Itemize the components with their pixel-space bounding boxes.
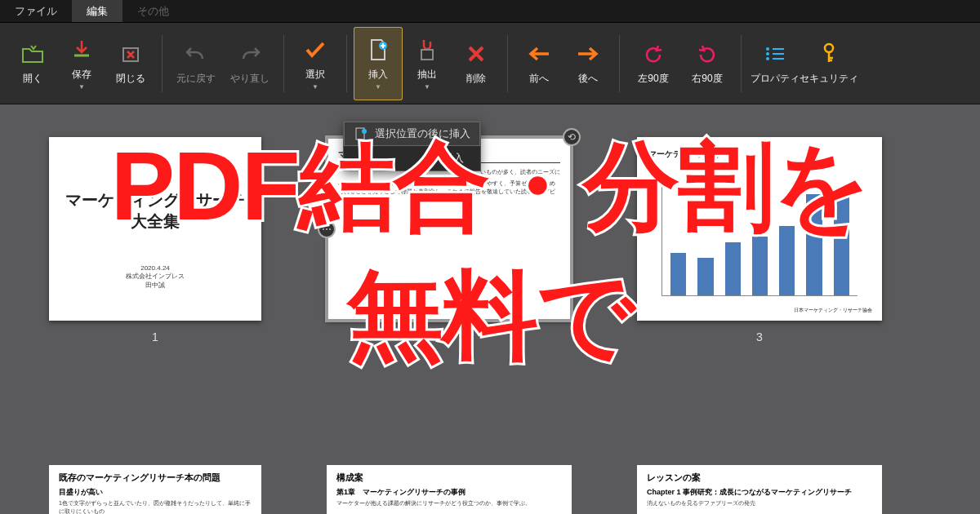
insert-page-icon [365,37,391,63]
page6-heading: レッスンの案 [647,472,872,484]
menu-file[interactable]: ファイル [0,0,72,22]
redo-icon [237,41,263,67]
headline-line1: PDF結合・分割を [111,132,870,240]
delete-label: 削除 [466,72,486,86]
page-thumbnail-6[interactable]: レッスンの案 Chapter 1 事例研究：成長につながるマーケティングリサーチ… [637,465,882,514]
undo-icon [183,41,209,67]
arrow-left-icon [526,41,552,67]
arrow-right-icon [575,41,601,67]
page4-text: 1色で文字がずらっと並んでいたり、図が複雑そうだったりして、単純に手に取りにくい… [59,499,252,514]
svg-point-3 [766,47,769,51]
page5-subheading: 第1章 マーケティングリサーチの事例 [336,487,562,498]
security-label: セキュリティ [800,72,858,86]
insert-button[interactable]: 挿入 ▼ [354,27,403,100]
list-icon [762,41,788,67]
rotate-left-label: 左90度 [638,72,668,86]
save-button[interactable]: 保存 ▼ [57,27,106,100]
undo-button[interactable]: 元に戻す [169,27,223,100]
delete-button[interactable]: 削除 [452,27,501,100]
delete-icon [463,41,489,67]
save-icon [69,37,95,63]
close-label: 閉じる [116,72,145,86]
next-label: 後へ [578,72,598,86]
svg-point-5 [766,57,769,60]
page6-subheading: Chapter 1 事例研究：成長につながるマーケティングリサーチ [647,487,872,498]
rotate-right-label: 右90度 [692,72,722,86]
chevron-down-icon: ▼ [375,83,381,91]
key-icon [816,41,842,67]
extract-icon [414,37,440,63]
chevron-down-icon: ▼ [312,83,318,91]
svg-point-4 [766,52,769,55]
open-button[interactable]: 開く [8,27,57,100]
redo-label: やり直し [230,72,270,86]
page4-heading: 既存のマーケティングリサーチ本の問題 [59,472,252,484]
ribbon-toolbar: 開く 保存 ▼ 閉じる 元に戻す やり直し [0,23,980,104]
page6-text: 消えないものを見るデファブリーズの発売 [647,499,872,507]
menu-edit[interactable]: 編集 [72,0,122,22]
page-thumbnail-5[interactable]: 構成案 第1章 マーケティングリサーチの事例 マーケターが抱える課題の解決にリサ… [327,465,572,514]
extract-label: 抽出 [417,68,437,82]
insert-label: 挿入 [368,68,388,82]
rotate-right-button[interactable]: 右90度 [680,27,734,100]
headline-line2: 無料で [0,255,980,376]
chevron-down-icon: ▼ [78,83,85,91]
close-icon [118,41,144,67]
undo-label: 元に戻す [176,72,216,86]
open-folder-icon [20,41,46,67]
rotate-left-icon [640,41,666,67]
page-thumbnail-4[interactable]: 既存のマーケティングリサーチ本の問題 目盛りが高い 1色で文字がずらっと並んでい… [49,465,261,514]
properties-button[interactable]: プロパティ [748,27,802,100]
next-button[interactable]: 後へ [564,27,612,100]
check-icon [302,37,328,63]
thumbnail-row-2: 既存のマーケティングリサーチ本の問題 目盛りが高い 1色で文字がずらっと並んでい… [0,465,980,514]
extract-button[interactable]: 抽出 ▼ [403,27,452,100]
page5-heading: 構成案 [336,472,562,484]
page4-subheading: 目盛りが高い [59,487,252,498]
menu-other[interactable]: その他 [122,0,184,22]
menubar: ファイル 編集 その他 [0,0,980,23]
select-button[interactable]: 選択 ▼ [291,27,340,100]
open-label: 開く [23,72,42,86]
chevron-down-icon: ▼ [424,83,430,91]
properties-label: プロパティ [751,72,800,86]
redo-button[interactable]: やり直し [223,27,277,100]
security-button[interactable]: セキュリティ [802,27,856,100]
svg-rect-2 [421,50,433,60]
prev-button[interactable]: 前へ [514,27,564,100]
rotate-right-icon [694,41,720,67]
page5-text: マーケターが抱える課題の解決にリサーチがどう役立つのか、事例で学ぶ。 [336,499,562,507]
prev-label: 前へ [529,72,549,86]
save-label: 保存 [72,68,91,82]
close-button[interactable]: 閉じる [106,27,155,100]
headline-overlay: PDF結合・分割を 無料で [0,126,980,375]
select-label: 選択 [305,68,325,82]
svg-point-6 [825,44,833,52]
rotate-left-button[interactable]: 左90度 [626,27,680,100]
